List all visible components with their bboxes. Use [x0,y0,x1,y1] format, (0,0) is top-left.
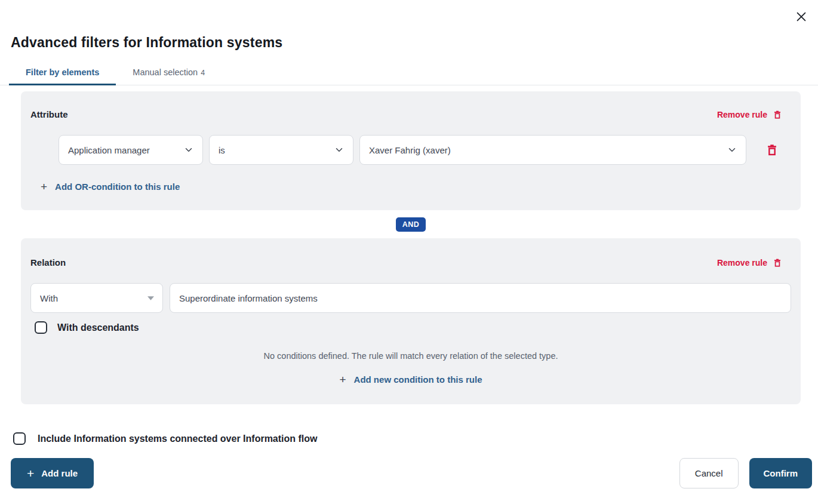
close-icon [795,10,808,23]
add-new-condition-link[interactable]: + Add new condition to this rule [339,374,482,385]
relation-direction-value: With [40,293,58,303]
rule-card-attribute: Attribute Remove rule Application manage… [21,91,801,210]
tab-label: Filter by elements [26,67,99,77]
confirm-button[interactable]: Confirm [749,458,813,488]
chevron-down-icon [334,145,345,155]
rule-card-relation: Relation Remove rule With Superordinate … [21,238,801,404]
tab-manual-selection[interactable]: Manual selection4 [116,67,222,85]
include-information-flow-row: Include Information systems connected ov… [13,432,812,445]
value-select[interactable]: Xaver Fahrig (xaver) [359,135,746,165]
rules-area: Attribute Remove rule Application manage… [0,91,818,404]
remove-rule-button[interactable]: Remove rule [717,110,791,119]
rule-type-label: Attribute [30,109,68,119]
relation-row: With Superordinate information systems [30,283,791,313]
remove-rule-button[interactable]: Remove rule [717,258,791,268]
operator-row: AND [21,210,801,238]
dialog-footer: Include Information systems connected ov… [0,432,818,488]
plus-icon: + [41,181,47,192]
add-rule-label: Add rule [41,468,78,478]
and-operator-badge: AND [396,217,426,232]
remove-rule-label: Remove rule [717,258,767,268]
caret-down-icon [147,296,154,300]
condition-row: Application manager is Xaver Fahrig (xav… [59,135,791,165]
no-conditions-message: No conditions defined. The rule will mat… [30,351,791,361]
close-button[interactable] [793,8,810,25]
rule-type-label: Relation [30,257,66,268]
rule-card-header: Attribute Remove rule [30,91,791,119]
delete-condition-button[interactable] [765,143,779,156]
tab-filter-by-elements[interactable]: Filter by elements [9,67,116,85]
relation-type-value: Superordinate information systems [179,293,318,303]
plus-icon: + [339,374,346,385]
operator-select[interactable]: is [209,135,353,165]
tab-count-badge: 4 [201,69,205,77]
chevron-down-icon [727,145,737,155]
confirm-label: Confirm [764,468,798,478]
add-or-condition-link[interactable]: + Add OR-condition to this rule [41,181,180,192]
tab-label: Manual selection [133,67,198,77]
include-information-flow-checkbox[interactable] [13,432,26,445]
with-descendants-checkbox[interactable] [35,321,47,334]
attribute-select[interactable]: Application manager [59,135,203,165]
add-new-condition-label: Add new condition to this rule [354,374,482,385]
trash-icon [773,110,782,119]
include-information-flow-label: Include Information systems connected ov… [38,434,318,444]
add-rule-button[interactable]: + Add rule [11,458,94,488]
add-condition-row: + Add new condition to this rule [30,361,791,404]
trash-icon [773,258,782,268]
value-select-value: Xaver Fahrig (xaver) [369,145,451,155]
plus-icon: + [27,467,34,480]
cancel-button[interactable]: Cancel [679,458,739,488]
with-descendants-row: With descendants [35,321,791,334]
relation-type-input[interactable]: Superordinate information systems [170,283,791,313]
add-or-condition-label: Add OR-condition to this rule [55,182,180,192]
operator-select-value: is [219,145,225,155]
relation-direction-select[interactable]: With [30,283,163,313]
trash-icon [765,143,779,156]
remove-rule-label: Remove rule [717,110,767,119]
attribute-select-value: Application manager [68,145,150,155]
footer-actions: + Add rule Cancel Confirm [13,458,812,488]
rule-card-header: Relation Remove rule [30,238,791,268]
tab-bar: Filter by elements Manual selection4 [0,67,818,85]
with-descendants-label: With descendants [57,322,139,333]
chevron-down-icon [183,145,194,155]
dialog-title: Advanced filters for Information systems [11,35,818,51]
misspelled-word: xaver [426,145,448,155]
cancel-label: Cancel [695,468,723,478]
